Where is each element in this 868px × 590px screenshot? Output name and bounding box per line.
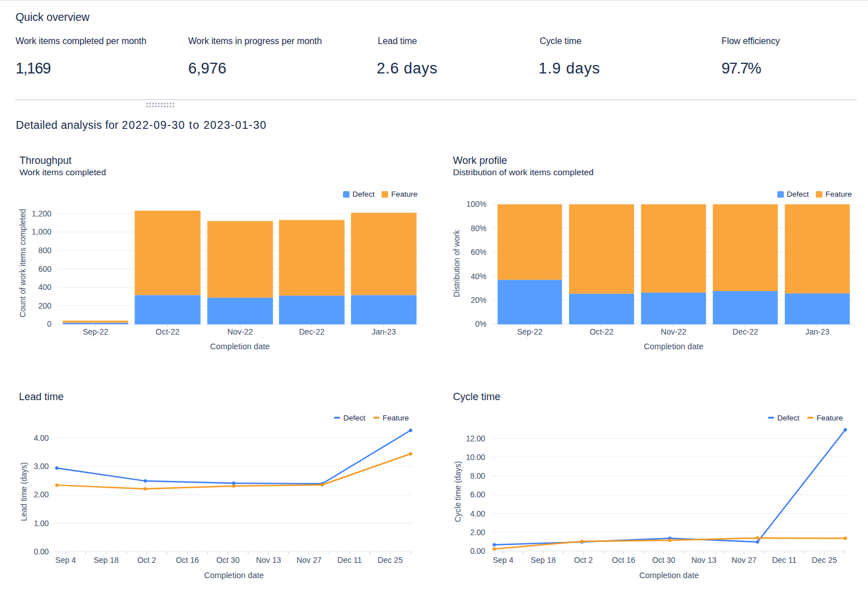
svg-text:Sep-22: Sep-22 [83,327,108,336]
svg-text:Dec 25: Dec 25 [812,556,837,565]
svg-text:0.00: 0.00 [34,547,49,556]
svg-text:Defect: Defect [344,414,366,422]
svg-text:4.00: 4.00 [34,433,49,442]
svg-text:Cycle time: Cycle time [453,391,501,402]
svg-text:1.00: 1.00 [34,519,49,528]
svg-text:Lead time (days): Lead time (days) [19,462,28,521]
svg-text:Work profile: Work profile [453,155,507,166]
svg-text:2.00: 2.00 [470,528,485,537]
svg-text:Oct-22: Oct-22 [156,327,180,336]
svg-text:12.00: 12.00 [466,434,485,443]
svg-text:0: 0 [47,319,51,328]
svg-text:Nov-22: Nov-22 [661,327,686,336]
svg-text:80%: 80% [471,224,487,233]
svg-text:200: 200 [38,301,52,310]
svg-text:Feature: Feature [383,414,409,422]
svg-text:Distribution of work: Distribution of work [452,229,461,297]
svg-text:Nov 27: Nov 27 [297,556,322,565]
svg-text:Dec-22: Dec-22 [299,327,324,336]
svg-text:20%: 20% [471,296,487,305]
svg-text:Feature: Feature [391,190,418,198]
svg-text:Jan-23: Jan-23 [805,327,830,336]
svg-text:800: 800 [38,246,52,255]
svg-text:Sep 18: Sep 18 [94,556,119,565]
svg-text:Oct-22: Oct-22 [589,327,613,336]
svg-text:Nov 27: Nov 27 [732,556,757,565]
svg-text:Oct 30: Oct 30 [216,556,240,565]
svg-text:4.00: 4.00 [470,509,485,518]
svg-text:8.00: 8.00 [470,471,485,480]
svg-text:Oct 2: Oct 2 [137,556,157,565]
svg-text:1,200: 1,200 [32,209,51,218]
svg-text:40%: 40% [471,272,487,281]
svg-text:Nov 13: Nov 13 [256,556,281,565]
svg-text:Dec 11: Dec 11 [772,556,797,565]
svg-text:Completion date: Completion date [644,342,704,351]
svg-text:Lead time: Lead time [19,391,64,402]
svg-text:Feature: Feature [826,190,852,198]
svg-text:Oct 2: Oct 2 [574,556,593,565]
svg-text:Sep 4: Sep 4 [493,556,514,565]
svg-text:Sep 4: Sep 4 [55,556,76,565]
svg-text:100%: 100% [466,199,487,209]
svg-text:10.00: 10.00 [466,453,485,462]
svg-text:Dec 11: Dec 11 [337,556,362,565]
svg-text:Defect: Defect [787,190,809,198]
svg-text:Sep-22: Sep-22 [517,327,542,336]
svg-text:2.00: 2.00 [34,490,49,499]
svg-text:Work items completed: Work items completed [20,167,106,177]
svg-text:0%: 0% [475,319,487,328]
svg-text:Cycle time (days): Cycle time (days) [453,461,462,522]
svg-text:Oct 16: Oct 16 [176,556,199,565]
svg-text:600: 600 [38,264,52,274]
svg-text:Defect: Defect [353,190,375,198]
svg-text:Jan-23: Jan-23 [372,327,396,336]
svg-text:Dec 25: Dec 25 [377,556,403,565]
svg-text:Count of work items completed: Count of work items completed [19,209,28,317]
svg-text:Defect: Defect [778,414,800,422]
svg-text:1,000: 1,000 [32,227,51,236]
svg-text:Sep 18: Sep 18 [531,556,556,565]
svg-text:Feature: Feature [817,414,843,422]
svg-text:400: 400 [38,283,52,292]
svg-text:60%: 60% [471,248,487,257]
svg-text:Throughput: Throughput [20,155,72,166]
svg-text:6.00: 6.00 [470,490,485,499]
svg-text:Oct 16: Oct 16 [612,556,635,565]
svg-text:Dec-22: Dec-22 [732,327,758,336]
svg-text:Nov-22: Nov-22 [227,327,253,336]
svg-text:3.00: 3.00 [34,462,49,471]
svg-text:Nov 13: Nov 13 [691,556,717,565]
svg-text:Oct 30: Oct 30 [652,556,675,565]
svg-text:Completion date: Completion date [210,342,270,351]
svg-text:Completion date: Completion date [204,571,264,580]
svg-text:Distribution of work items com: Distribution of work items completed [453,167,594,177]
svg-text:Completion date: Completion date [639,571,699,580]
svg-text:0.00: 0.00 [470,546,485,556]
